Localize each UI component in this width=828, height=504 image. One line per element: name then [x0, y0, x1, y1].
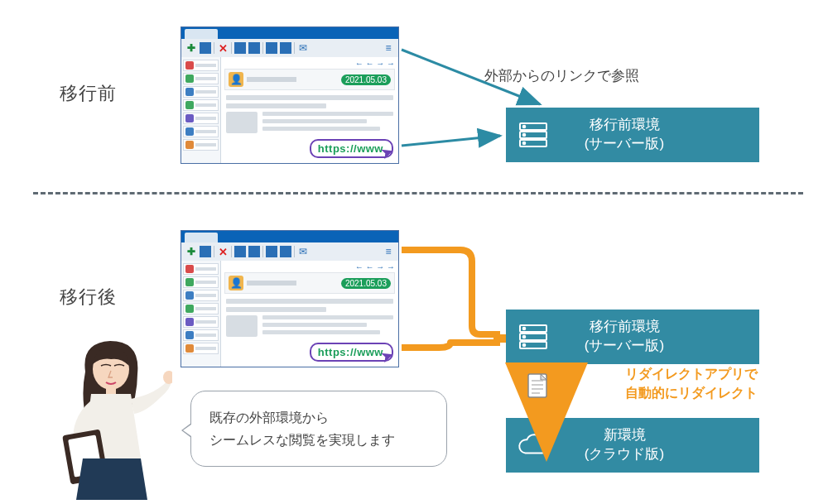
svg-point-14 — [163, 371, 172, 384]
mail-icon[interactable]: ✉ — [296, 41, 310, 55]
date-badge: 2021.05.03 — [341, 74, 391, 85]
list-item[interactable] — [183, 263, 219, 275]
svg-rect-13 — [106, 386, 116, 394]
list-item[interactable] — [183, 329, 219, 341]
doc-icon[interactable] — [199, 41, 212, 55]
avatar-icon: 👤 — [229, 276, 243, 290]
annotation-external-link: 外部からのリンクで参照 — [484, 66, 639, 85]
server-icon — [516, 319, 551, 354]
close-icon[interactable]: ✕ — [216, 245, 229, 258]
doc-icon[interactable] — [248, 41, 261, 55]
speech-bubble: 既存の外部環境から シームレスな閲覧を実現します — [190, 391, 447, 467]
doc-icon[interactable] — [279, 41, 292, 55]
avatar-icon: 👤 — [229, 72, 243, 87]
app-tab[interactable] — [185, 29, 218, 39]
menu-icon[interactable]: ≡ — [382, 41, 395, 55]
add-icon[interactable]: ✚ — [185, 245, 198, 258]
nav-arrows[interactable]: ← ← → → — [224, 261, 395, 272]
doc-icon[interactable] — [233, 41, 247, 55]
env-old-before: 移行前環境 (サーバー版) — [506, 108, 759, 162]
mail-icon[interactable]: ✉ — [296, 245, 310, 258]
cursor-icon: ➤ — [378, 142, 396, 163]
doc-icon[interactable] — [265, 41, 278, 55]
env-new: 新環境 (クラウド版) — [506, 418, 759, 473]
cursor-icon: ➤ — [378, 346, 396, 367]
svg-rect-20 — [528, 374, 546, 397]
doc-icon[interactable] — [199, 245, 212, 258]
list-item[interactable] — [183, 99, 219, 111]
app-window-after: ✚ ✕ ✉ ≡ ← ← → → 👤 2021.05.03 — [181, 230, 399, 367]
doc-icon[interactable] — [265, 245, 278, 258]
section-label-after: 移行後 — [60, 285, 117, 310]
app-toolbar: ✚ ✕ ✉ ≡ — [181, 39, 398, 57]
list-item[interactable] — [183, 276, 219, 288]
doc-icon[interactable] — [248, 245, 261, 258]
svg-line-18 — [402, 136, 500, 146]
date-badge: 2021.05.03 — [341, 278, 391, 289]
url-badge[interactable]: https://www ➤ — [310, 343, 393, 362]
content-pane: ← ← → → 👤 2021.05.03 https://www ➤ — [221, 57, 398, 163]
app-tabs — [181, 27, 398, 39]
section-divider — [33, 192, 803, 194]
url-badge[interactable]: https://www ➤ — [310, 139, 393, 158]
thumbnail — [226, 112, 258, 133]
svg-point-11 — [523, 344, 526, 347]
doc-icon[interactable] — [279, 245, 292, 258]
server-icon — [516, 118, 551, 152]
svg-point-3 — [523, 126, 526, 128]
list-item[interactable] — [183, 139, 219, 151]
doc-icon[interactable] — [233, 245, 247, 258]
list-item[interactable] — [183, 126, 219, 137]
svg-point-10 — [523, 336, 526, 338]
list-item[interactable] — [183, 316, 219, 328]
list-item[interactable] — [183, 60, 219, 71]
list-item[interactable] — [183, 343, 219, 354]
person-illustration — [48, 334, 172, 496]
list-item[interactable] — [183, 290, 219, 301]
svg-point-5 — [523, 142, 526, 145]
close-icon[interactable]: ✕ — [216, 41, 229, 55]
annotation-redirect: リダイレクトアプリで 自動的にリダイレクト — [592, 364, 791, 402]
list-item[interactable] — [183, 303, 219, 314]
list-item[interactable] — [183, 113, 219, 124]
menu-icon[interactable]: ≡ — [382, 245, 395, 258]
list-item[interactable] — [183, 73, 219, 84]
content-header: 👤 2021.05.03 — [224, 69, 395, 90]
nav-arrows[interactable]: ← ← → → — [224, 57, 395, 69]
sidebar — [181, 57, 221, 163]
env-old-after: 移行前環境 (サーバー版) — [506, 310, 759, 364]
section-label-before: 移行前 — [60, 81, 117, 106]
cloud-icon — [516, 428, 551, 463]
separator — [214, 42, 214, 54]
list-item[interactable] — [183, 86, 219, 98]
app-window-before: ✚ ✕ ✉ ≡ ← ← → → 👤 2021.05.03 — [181, 26, 399, 164]
svg-point-4 — [523, 134, 526, 137]
svg-point-9 — [523, 328, 526, 330]
add-icon[interactable]: ✚ — [185, 41, 198, 55]
